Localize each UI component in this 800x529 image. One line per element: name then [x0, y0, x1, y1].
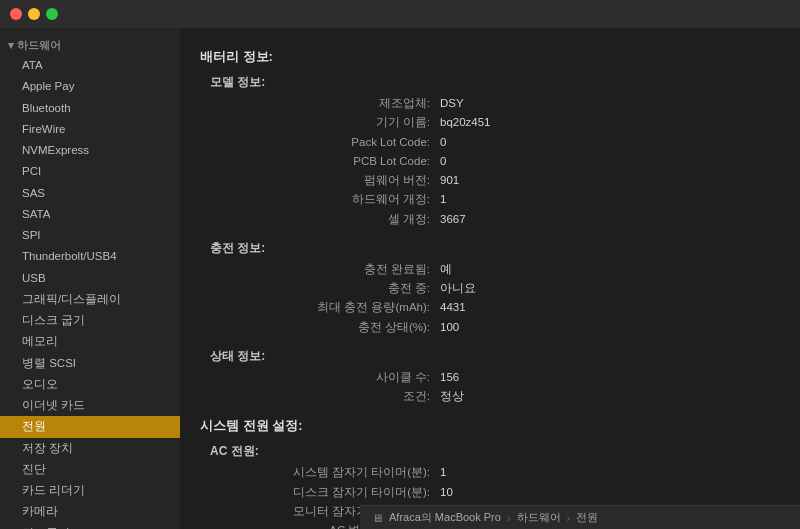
sub-section-title: 상태 정보: [210, 348, 780, 365]
info-value: 901 [440, 172, 459, 189]
info-value: DSY [440, 95, 464, 112]
breadcrumb-icon: 🖥 [372, 512, 383, 524]
sub-section-title: AC 전원: [210, 443, 780, 460]
info-label: 셀 개정: [220, 211, 440, 228]
sidebar-item-PCI[interactable]: PCI [0, 161, 180, 182]
info-value: 156 [440, 369, 459, 386]
sidebar-item-전원[interactable]: 전원 [0, 416, 180, 437]
info-row: Pack Lot Code:0 [220, 134, 780, 151]
info-row: 충전 완료됨:예 [220, 261, 780, 278]
info-label: 충전 상태(%): [220, 319, 440, 336]
info-value: 3667 [440, 211, 466, 228]
sidebar-item-NVMExpress[interactable]: NVMExpress [0, 140, 180, 161]
sidebar-item-USB[interactable]: USB [0, 268, 180, 289]
bottom-bar: 🖥Afraca의 MacBook Pro › 하드웨어 › 전원 [360, 505, 800, 529]
breadcrumb-separator: › [567, 512, 571, 524]
info-value: 아니요 [440, 280, 476, 297]
sidebar-item-메모리[interactable]: 메모리 [0, 331, 180, 352]
info-table: 사이클 수:156조건:정상 [220, 369, 780, 406]
info-row: 최대 충전 용량(mAh):4431 [220, 299, 780, 316]
content-area: 배터리 정보:모델 정보:제조업체:DSY기기 이름:bq20z451Pack … [180, 28, 800, 529]
sidebar-item-이더넷 카드[interactable]: 이더넷 카드 [0, 395, 180, 416]
info-label: 펌웨어 버전: [220, 172, 440, 189]
info-row: 제조업체:DSY [220, 95, 780, 112]
info-label: Pack Lot Code: [220, 134, 440, 151]
maximize-button[interactable] [46, 8, 58, 20]
info-value: bq20z451 [440, 114, 491, 131]
info-value: 0 [440, 134, 446, 151]
breadcrumb-part[interactable]: 전원 [576, 510, 598, 525]
info-label: PCB Lot Code: [220, 153, 440, 170]
info-value: 10 [440, 484, 453, 501]
info-label: 제조업체: [220, 95, 440, 112]
sidebar-item-저장 장치[interactable]: 저장 장치 [0, 438, 180, 459]
info-row: 하드웨어 개정:1 [220, 191, 780, 208]
sidebar-item-병렬 SCSI[interactable]: 병렬 SCSI [0, 353, 180, 374]
info-row: 사이클 수:156 [220, 369, 780, 386]
main-container: ▾ 하드웨어ATAApple PayBluetoothFireWireNVMEx… [0, 28, 800, 529]
sidebar-item-Bluetooth[interactable]: Bluetooth [0, 98, 180, 119]
sidebar-item-FireWire[interactable]: FireWire [0, 119, 180, 140]
info-value: 1 [440, 191, 446, 208]
traffic-lights [10, 8, 58, 20]
info-label: 시스템 잠자기 타이머(분): [220, 464, 440, 481]
sidebar-section-0: ▾ 하드웨어 [0, 34, 180, 55]
close-button[interactable] [10, 8, 22, 20]
info-label: 충전 중: [220, 280, 440, 297]
sidebar-item-카드 리더기[interactable]: 카드 리더기 [0, 480, 180, 501]
sub-section: 모델 정보:제조업체:DSY기기 이름:bq20z451Pack Lot Cod… [210, 74, 780, 228]
info-row: 기기 이름:bq20z451 [220, 114, 780, 131]
battery-section-title: 배터리 정보: [200, 48, 780, 66]
sidebar-item-ATA[interactable]: ATA [0, 55, 180, 76]
sidebar-item-SATA[interactable]: SATA [0, 204, 180, 225]
sidebar: ▾ 하드웨어ATAApple PayBluetoothFireWireNVMEx… [0, 28, 180, 529]
sidebar-item-디스크 굽기[interactable]: 디스크 굽기 [0, 310, 180, 331]
info-value: 예 [440, 261, 452, 278]
sidebar-item-Apple Pay[interactable]: Apple Pay [0, 76, 180, 97]
sidebar-item-그래픽/디스플레이[interactable]: 그래픽/디스플레이 [0, 289, 180, 310]
sidebar-item-카메라[interactable]: 카메라 [0, 501, 180, 522]
breadcrumb-part[interactable]: 하드웨어 [517, 510, 561, 525]
sidebar-item-오디오[interactable]: 오디오 [0, 374, 180, 395]
info-label: 기기 이름: [220, 114, 440, 131]
breadcrumb-separator: › [507, 512, 511, 524]
info-row: 시스템 잠자기 타이머(분):1 [220, 464, 780, 481]
info-row: 조건:정상 [220, 388, 780, 405]
sub-section: 상태 정보:사이클 수:156조건:정상 [210, 348, 780, 406]
info-value: 정상 [440, 388, 464, 405]
sub-section-title: 모델 정보: [210, 74, 780, 91]
info-value: 0 [440, 153, 446, 170]
info-value: 1 [440, 464, 446, 481]
info-label: 조건: [220, 388, 440, 405]
breadcrumb-part[interactable]: Afraca의 MacBook Pro [389, 510, 501, 525]
info-row: 펌웨어 버전:901 [220, 172, 780, 189]
minimize-button[interactable] [28, 8, 40, 20]
sub-section-title: 충전 정보: [210, 240, 780, 257]
title-bar [0, 0, 800, 28]
info-row: 충전 중:아니요 [220, 280, 780, 297]
info-value: 4431 [440, 299, 466, 316]
info-row: PCB Lot Code:0 [220, 153, 780, 170]
info-label: 사이클 수: [220, 369, 440, 386]
sidebar-item-Thunderbolt/USB4[interactable]: Thunderbolt/USB4 [0, 246, 180, 267]
power-section-title: 시스템 전원 설정: [200, 417, 780, 435]
info-label: 최대 충전 용량(mAh): [220, 299, 440, 316]
info-row: 충전 상태(%):100 [220, 319, 780, 336]
info-table: 충전 완료됨:예충전 중:아니요최대 충전 용량(mAh):4431충전 상태(… [220, 261, 780, 336]
info-value: 100 [440, 319, 459, 336]
info-label: 하드웨어 개정: [220, 191, 440, 208]
sidebar-item-컨트롤러[interactable]: 컨트롤러 [0, 523, 180, 530]
info-label: 디스크 잠자기 타이머(분): [220, 484, 440, 501]
info-row: 셀 개정:3667 [220, 211, 780, 228]
sidebar-item-진단[interactable]: 진단 [0, 459, 180, 480]
info-row: 디스크 잠자기 타이머(분):10 [220, 484, 780, 501]
sidebar-item-SAS[interactable]: SAS [0, 183, 180, 204]
sidebar-item-SPI[interactable]: SPI [0, 225, 180, 246]
info-table: 제조업체:DSY기기 이름:bq20z451Pack Lot Code:0PCB… [220, 95, 780, 228]
sub-section: 충전 정보:충전 완료됨:예충전 중:아니요최대 충전 용량(mAh):4431… [210, 240, 780, 336]
info-label: 충전 완료됨: [220, 261, 440, 278]
